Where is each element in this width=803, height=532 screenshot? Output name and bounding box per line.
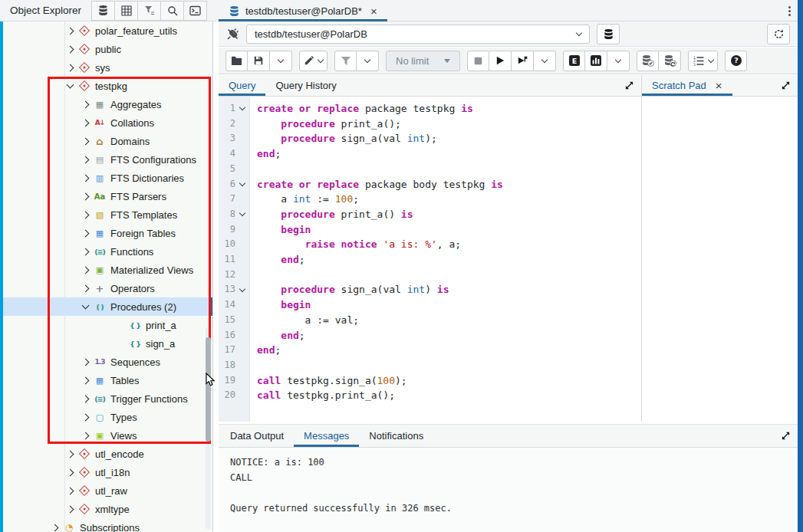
editor-line-3[interactable]: 3 procedure sign_a(val int);: [219, 131, 641, 146]
editor-line-7[interactable]: 7 a int := 100;: [219, 192, 641, 207]
chevron-right-icon[interactable]: [64, 470, 76, 475]
tree-item-fts-parsers[interactable]: AaFTS Parsers: [0, 187, 212, 205]
tree-item-types[interactable]: ▢Types: [0, 408, 212, 426]
refresh-button[interactable]: [767, 24, 790, 44]
help-button[interactable]: ?: [725, 51, 747, 71]
tree-item-trigger-functions[interactable]: (≡)Trigger Functions: [0, 389, 212, 408]
chevron-right-icon[interactable]: [80, 231, 91, 236]
tree-item-subscriptions[interactable]: ◔Subscriptions: [0, 518, 212, 532]
chevron-right-icon[interactable]: [80, 157, 91, 163]
editor-line-19[interactable]: 19call testpkg.sign_a(100);: [219, 373, 641, 389]
editor-line-15[interactable]: 15 a := val;: [219, 313, 641, 328]
explain-dropdown[interactable]: [607, 51, 630, 71]
tree-item-functions[interactable]: (≡)Functions: [0, 242, 212, 261]
fold-chevron-icon[interactable]: [235, 177, 248, 192]
tree-item-public[interactable]: public: [0, 40, 212, 58]
commit-button[interactable]: [637, 51, 659, 71]
editor-line-20[interactable]: 20call testpkg.print_a();: [219, 388, 641, 403]
tree-item-materialized-views[interactable]: ▣Materialized Views: [0, 261, 212, 279]
chevron-right-icon[interactable]: [49, 525, 61, 530]
sql-editor[interactable]: 1create or replace package testpkg is2 p…: [219, 97, 642, 422]
editor-line-9[interactable]: 9 begin: [219, 222, 641, 238]
editor-line-18[interactable]: 18: [219, 358, 641, 373]
tab-scratch-pad[interactable]: Scratch Pad ×: [642, 75, 732, 96]
editor-line-1[interactable]: 1create or replace package testpkg is: [219, 101, 641, 117]
tree-item-testpkg[interactable]: testpkg: [0, 77, 212, 95]
save-options-dropdown[interactable]: [270, 51, 292, 71]
chevron-right-icon[interactable]: [64, 488, 76, 494]
explain-analyze-button[interactable]: [585, 51, 607, 71]
expand-output-button[interactable]: [781, 431, 791, 441]
chevron-right-icon[interactable]: [80, 120, 91, 126]
chevron-down-icon[interactable]: [64, 84, 76, 87]
editor-line-2[interactable]: 2 procedure print_a();: [219, 117, 641, 132]
window-menu-button[interactable]: [788, 0, 791, 21]
row-limit-select[interactable]: No limit: [386, 51, 460, 71]
chevron-right-icon[interactable]: [80, 396, 91, 402]
chevron-right-icon[interactable]: [64, 65, 76, 71]
chevron-right-icon[interactable]: [64, 507, 76, 512]
chevron-down-icon[interactable]: [80, 305, 91, 308]
chevron-right-icon[interactable]: [80, 176, 91, 181]
tab-query-history[interactable]: Query History: [265, 75, 346, 96]
tree-item-polar-feature-utils[interactable]: polar_feature_utils: [0, 21, 212, 40]
filter-button[interactable]: [334, 51, 357, 71]
tab-query[interactable]: Query: [219, 75, 265, 96]
execute-options-button[interactable]: [512, 51, 534, 71]
tab-notifications[interactable]: Notifications: [359, 425, 433, 447]
chevron-right-icon[interactable]: [80, 268, 91, 273]
tree-item-views[interactable]: ▣Views: [0, 426, 212, 445]
edit-button[interactable]: [299, 51, 327, 71]
close-icon[interactable]: ×: [716, 80, 722, 91]
editor-line-8[interactable]: 8 procedure print_a() is: [219, 207, 641, 222]
chevron-right-icon[interactable]: [80, 433, 91, 438]
grid-icon[interactable]: [114, 1, 138, 21]
explain-button[interactable]: E: [563, 51, 585, 71]
execute-button[interactable]: [489, 51, 512, 71]
tree-item-fts-templates[interactable]: ▧FTS Templates: [0, 205, 212, 224]
chevron-right-icon[interactable]: [64, 452, 76, 457]
chevron-right-icon[interactable]: [80, 212, 91, 218]
macros-button[interactable]: 123: [688, 51, 718, 71]
fold-chevron-icon[interactable]: [235, 282, 248, 297]
tree-scrollbar-thumb[interactable]: [206, 337, 211, 442]
expand-scratch-pad-button[interactable]: [781, 80, 791, 90]
editor-line-4[interactable]: 4end;: [219, 146, 641, 162]
tree-item-tables[interactable]: ▦Tables: [0, 371, 212, 389]
editor-line-17[interactable]: 17end;: [219, 343, 641, 358]
new-connection-button[interactable]: [597, 24, 620, 44]
chevron-right-icon[interactable]: [80, 415, 91, 420]
filter-table-icon[interactable]: [137, 1, 161, 21]
close-icon[interactable]: ×: [370, 5, 377, 17]
editor-line-14[interactable]: 14 begin: [219, 297, 641, 313]
tree-item-procedures-2[interactable]: ( )Procedures (2): [0, 297, 212, 316]
stop-button[interactable]: [467, 51, 489, 71]
fold-chevron-icon[interactable]: [235, 101, 248, 117]
rollback-button[interactable]: [659, 51, 681, 71]
chevron-right-icon[interactable]: [64, 47, 76, 52]
tree-item-utl-encode[interactable]: utl_encode: [0, 445, 212, 463]
tab-data-output[interactable]: Data Output: [220, 425, 294, 447]
editor-line-10[interactable]: 10 raise notice 'a is: %', a;: [219, 237, 641, 252]
tree-item-foreign-tables[interactable]: ▦Foreign Tables: [0, 224, 212, 242]
editor-line-12[interactable]: 12: [219, 268, 641, 283]
tree-item-fts-configurations[interactable]: ▤FTS Configurations: [0, 150, 212, 169]
chevron-right-icon[interactable]: [80, 360, 91, 365]
save-button[interactable]: [248, 51, 270, 71]
editor-line-5[interactable]: 5: [219, 162, 641, 177]
tree-item-operators[interactable]: +Operators: [0, 279, 212, 297]
scratch-pad-body[interactable]: [642, 97, 798, 422]
chevron-right-icon[interactable]: [80, 139, 91, 144]
execute-dropdown[interactable]: [534, 51, 556, 71]
chevron-right-icon[interactable]: [80, 194, 91, 199]
tree-item-utl-i18n[interactable]: utl_i18n: [0, 463, 212, 481]
query-tool-tab[interactable]: testdb/testuser@PolarDB* ×: [219, 0, 387, 21]
search-icon[interactable]: [160, 1, 184, 21]
tree-item-print-a[interactable]: { }print_a: [0, 316, 212, 334]
tree-item-domains[interactable]: ⌂Domains: [0, 132, 212, 150]
tab-messages[interactable]: Messages: [294, 425, 359, 447]
chevron-right-icon[interactable]: [80, 102, 91, 107]
fold-chevron-icon[interactable]: [235, 207, 248, 222]
tree-item-sign-a[interactable]: { }sign_a: [0, 334, 212, 353]
editor-line-13[interactable]: 13 procedure sign_a(val int) is: [219, 282, 641, 297]
